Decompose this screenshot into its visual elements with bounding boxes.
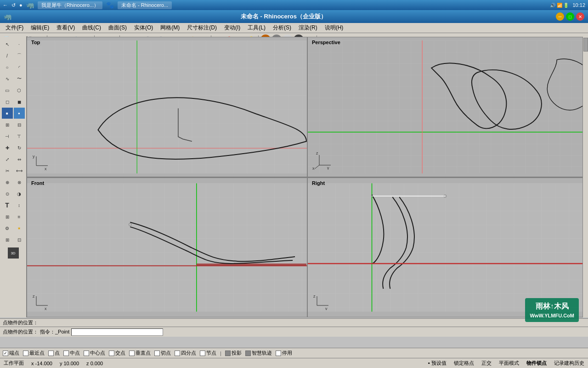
menu-view[interactable]: 查看(V) <box>53 23 79 33</box>
right-scrollbar[interactable] <box>582 37 588 317</box>
taskbar-app1[interactable]: 我是犀牛（Rhinocero...） <box>38 1 102 9</box>
snap-checkbox-endpoint[interactable] <box>3 351 8 356</box>
side-curve[interactable]: ∿ <box>2 73 13 84</box>
maximize-button[interactable]: □ <box>566 12 574 21</box>
coord-lock-grid[interactable]: 锁定格点 <box>454 360 474 367</box>
side-layer[interactable]: ≡ <box>14 211 25 222</box>
side-polyline[interactable]: ⌒ <box>14 50 25 61</box>
taskbar-app2[interactable]: 未命名 - Rhinocero... <box>118 1 172 9</box>
svg-text:y: y <box>33 154 35 159</box>
coord-ortho[interactable]: 正交 <box>481 360 492 367</box>
side-polygon[interactable]: ⬡ <box>14 85 25 96</box>
side-render2[interactable]: ◑ <box>14 188 25 199</box>
menu-dim[interactable]: 尺寸标注(D) <box>183 23 220 33</box>
snap-knot[interactable]: 节点 <box>200 350 216 356</box>
menu-edit[interactable]: 编辑(E) <box>27 23 53 33</box>
menu-tools[interactable]: 工具(L) <box>244 23 269 33</box>
taskbar-stop[interactable]: ● <box>19 2 23 8</box>
side-line[interactable]: / <box>2 50 13 61</box>
snap-label-project: 投影 <box>232 350 242 356</box>
snap-smart[interactable]: 智慧轨迹 <box>245 350 272 356</box>
snap-checkbox-point[interactable] <box>48 351 54 356</box>
side-view2[interactable]: ⊡ <box>14 234 25 245</box>
snap-checkbox-intersect[interactable] <box>109 351 114 356</box>
snap-checkbox-smart[interactable] <box>245 351 251 356</box>
snap-checkbox-nearest[interactable] <box>23 351 28 356</box>
menu-render[interactable]: 渲染(R) <box>295 23 321 33</box>
side-scale[interactable]: ⤢ <box>2 154 13 165</box>
side-3d[interactable]: 3D <box>8 247 19 259</box>
side-analysis[interactable]: ⊙ <box>2 188 13 199</box>
side-select[interactable]: ↖ <box>2 39 13 50</box>
side-explode[interactable]: ⊗ <box>14 177 25 188</box>
menu-solid[interactable]: 实体(O) <box>130 23 157 33</box>
side-nurbs[interactable]: ◼ <box>14 96 25 107</box>
snap-mid[interactable]: 中点 <box>63 350 80 356</box>
side-arc[interactable]: ◜ <box>14 62 25 73</box>
snap-checkbox-knot[interactable] <box>200 351 205 356</box>
menu-curve[interactable]: 曲线(C) <box>79 23 105 33</box>
snap-checkbox-perp[interactable] <box>129 351 135 356</box>
snap-nearest[interactable]: 最近点 <box>23 350 45 356</box>
menu-surface[interactable]: 曲面(S) <box>105 23 130 33</box>
snap-checkbox-center[interactable] <box>84 351 89 356</box>
snap-checkbox-disable[interactable] <box>276 351 281 356</box>
snap-toggle[interactable]: 端点 <box>3 350 19 356</box>
side-solid2[interactable]: ● <box>14 108 25 119</box>
side-trim[interactable]: ✂ <box>2 165 13 176</box>
side-rotate2[interactable]: ↻ <box>14 142 25 153</box>
viewport-right[interactable]: Right <box>307 177 588 317</box>
side-mirror[interactable]: ⇔ <box>14 154 25 165</box>
side-history[interactable]: ⊞ <box>2 211 13 222</box>
side-join[interactable]: ⊕ <box>2 177 13 188</box>
snap-label-midpoint: 中点 <box>70 350 80 356</box>
taskbar-refresh[interactable]: ↺ <box>11 2 16 8</box>
minimize-button[interactable]: ─ <box>556 12 564 21</box>
menu-file[interactable]: 文件(F) <box>2 23 27 33</box>
side-view1[interactable]: ⊞ <box>2 234 13 245</box>
snap-center[interactable]: 中心点 <box>84 350 105 356</box>
side-extra2[interactable]: ★ <box>14 223 25 234</box>
snap-checkbox-project[interactable] <box>225 351 231 356</box>
coord-flat-mode[interactable]: 平面模式 <box>499 360 519 367</box>
side-freeform[interactable]: 〜 <box>14 73 25 84</box>
menu-transform[interactable]: 变动(I) <box>220 23 244 33</box>
side-dim2[interactable]: ⊤ <box>14 131 25 142</box>
menu-analysis[interactable]: 分析(S) <box>269 23 295 33</box>
taskbar-back[interactable]: ← <box>3 2 8 8</box>
snap-intersect[interactable]: 交点 <box>109 350 125 356</box>
snap-project[interactable]: 投影 <box>225 350 242 356</box>
scrollbar-thumb[interactable] <box>583 38 588 52</box>
side-circle[interactable]: ○ <box>2 62 13 73</box>
menu-mesh[interactable]: 网格(M) <box>157 23 183 33</box>
side-dim3[interactable]: ↕ <box>14 200 25 211</box>
side-point[interactable]: · <box>14 39 25 50</box>
viewport-front[interactable]: Front x z <box>27 177 307 317</box>
side-text[interactable]: T <box>2 200 13 211</box>
snap-checkbox-quad[interactable] <box>175 351 180 356</box>
menu-help[interactable]: 说明(H) <box>321 23 347 33</box>
side-mesh1[interactable]: ⊞ <box>2 119 13 130</box>
side-surface[interactable]: ◻ <box>2 96 13 107</box>
snap-disable[interactable]: 停用 <box>276 350 292 356</box>
snap-checkbox-midpoint[interactable] <box>63 351 69 356</box>
side-props[interactable]: ⚙ <box>2 223 13 234</box>
snap-point[interactable]: 点 <box>48 350 60 356</box>
side-solid1[interactable]: ■ <box>2 108 13 119</box>
side-dim1[interactable]: ⊣ <box>2 131 13 142</box>
side-extend[interactable]: ⟷ <box>14 165 25 176</box>
viewport-top[interactable]: Top x y y <box>27 37 307 177</box>
side-mesh2[interactable]: ⊟ <box>14 119 25 130</box>
close-button[interactable]: ✕ <box>576 12 584 21</box>
side-rectangle[interactable]: ▭ <box>2 85 13 96</box>
snap-perp[interactable]: 垂直点 <box>129 350 151 356</box>
coord-object-snap[interactable]: 物件锁点 <box>526 360 547 367</box>
coord-record-history[interactable]: 记录建构历史 <box>554 360 584 367</box>
coord-preset[interactable]: ▪ 预设值 <box>428 360 447 367</box>
snap-quad[interactable]: 四分点 <box>175 350 196 356</box>
snap-checkbox-tan[interactable] <box>154 351 160 356</box>
viewport-perspective[interactable]: Perspective z <box>307 37 588 177</box>
command-input[interactable] <box>71 328 163 336</box>
snap-tan[interactable]: 切点 <box>154 350 171 356</box>
side-move[interactable]: ✚ <box>2 142 13 153</box>
